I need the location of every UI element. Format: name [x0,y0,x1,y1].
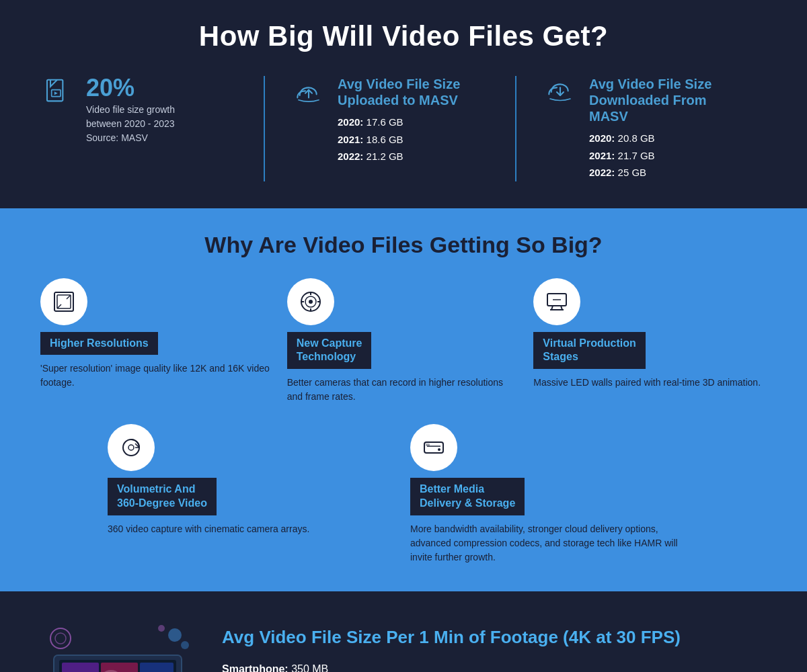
capture-tech-desc: Better cameras that can record in higher… [287,376,521,404]
capture-tech-label: New CaptureTechnology [287,332,372,370]
main-title: How Big Will Video Files Get? [40,20,767,52]
virtual-prod-desc: Massive LED walls paired with real-time … [533,376,761,390]
uploaded-title: Avg Video File Size Uploaded to MASV [338,76,460,108]
stat-smartphone: Smartphone: 350 MB [222,659,681,672]
svg-point-28 [181,641,189,649]
reason-media-delivery: Better MediaDelivery & Storage More band… [410,424,699,564]
stat-downloaded-content: Avg Video File Size Downloaded From MASV… [589,76,740,181]
growth-percent: 20% [86,76,175,100]
section-top: How Big Will Video Files Get? 20% Video … [0,0,807,208]
virtual-prod-label: Virtual ProductionStages [533,332,645,370]
reason-higher-res: Higher Resolutions 'Super resolution' im… [40,278,274,405]
laptop-illustration [40,618,195,672]
stats-row: 20% Video file size growth between 2020 … [40,76,767,181]
stat-growth-content: 20% Video file size growth between 2020 … [86,76,175,145]
reasons-row-1: Higher Resolutions 'Super resolution' im… [40,278,767,405]
svg-line-5 [57,304,61,308]
svg-point-9 [309,300,313,304]
file-icon [40,79,74,106]
section2-title: Why Are Video Files Getting So Big? [40,232,767,258]
uploaded-data: 2020: 17.6 GB 2021: 18.6 GB 2022: 21.2 G… [338,114,460,165]
higher-res-icon-circle [40,278,87,325]
capture-tech-icon-circle [287,278,334,325]
reason-volumetric: Volumetric And360-Degree Video 360 video… [108,424,397,564]
reason-capture-tech: New CaptureTechnology Better cameras tha… [287,278,521,405]
svg-rect-35 [140,663,174,672]
download-icon [543,79,577,106]
bottom-title: Avg Video File Size Per 1 Min of Footage… [222,626,681,649]
bottom-content: Avg Video File Size Per 1 Min of Footage… [222,626,681,672]
svg-point-25 [50,628,71,648]
svg-rect-34 [101,663,138,672]
media-delivery-label: Better MediaDelivery & Storage [410,478,525,515]
svg-line-6 [67,295,71,299]
svg-point-20 [128,445,134,450]
media-delivery-desc: More bandwidth availability, stronger cl… [410,522,699,564]
higher-res-label: Higher Resolutions [40,332,158,355]
stat-growth: 20% Video file size growth between 2020 … [40,76,264,181]
volumetric-desc: 360 video capture with cinematic camera … [108,522,309,536]
upload-icon [292,79,325,106]
volumetric-label: Volumetric And360-Degree Video [108,478,217,515]
stat-uploaded: Avg Video File Size Uploaded to MASV 202… [264,76,515,181]
stat-uploaded-content: Avg Video File Size Uploaded to MASV 202… [338,76,460,165]
svg-rect-24 [426,444,430,446]
section-blue: Why Are Video Files Getting So Big? High… [0,208,807,591]
higher-res-desc: 'Super resolution' image quality like 12… [40,362,274,390]
svg-point-26 [55,633,66,644]
virtual-prod-icon-circle [533,278,580,325]
stat-downloaded: Avg Video File Size Downloaded From MASV… [515,76,767,181]
downloaded-title: Avg Video File Size Downloaded From MASV [589,76,740,124]
section-bottom: Avg Video File Size Per 1 Min of Footage… [0,591,807,672]
svg-rect-33 [62,663,99,672]
bottom-stats: Smartphone: 350 MB Cinematic Camera: 5.5… [222,659,681,672]
svg-point-23 [438,448,440,451]
reason-virtual-prod: Virtual ProductionStages Massive LED wal… [533,278,767,405]
growth-desc: Video file size growth between 2020 - 20… [86,103,175,145]
downloaded-data: 2020: 20.8 GB 2021: 21.7 GB 2022: 25 GB [589,130,740,181]
reasons-row-2: Volumetric And360-Degree Video 360 video… [40,424,767,564]
media-delivery-icon-circle [410,424,457,471]
svg-marker-2 [54,91,58,95]
svg-point-27 [168,628,182,642]
svg-point-29 [158,625,165,632]
volumetric-icon-circle [108,424,155,471]
